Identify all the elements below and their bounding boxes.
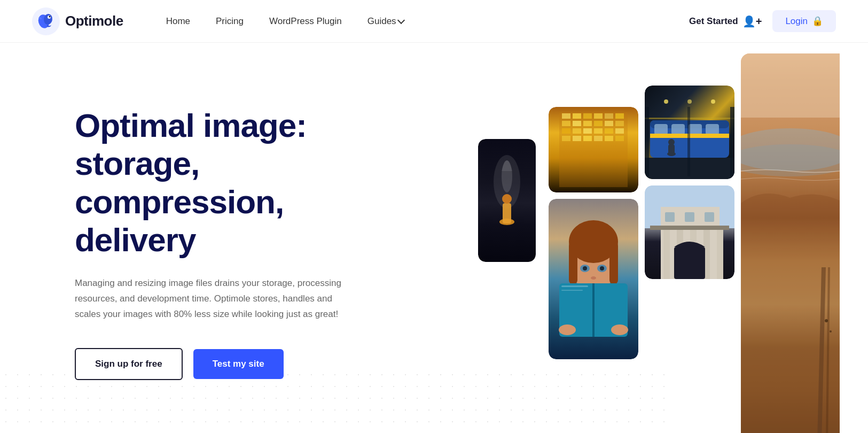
- svg-rect-49: [561, 285, 588, 287]
- svg-point-46: [591, 276, 596, 280]
- svg-rect-30: [615, 128, 624, 134]
- svg-rect-16: [594, 113, 603, 119]
- svg-rect-59: [689, 124, 702, 135]
- svg-rect-25: [562, 128, 570, 134]
- svg-rect-32: [573, 136, 581, 141]
- subway-photo: [645, 86, 734, 179]
- logo-link[interactable]: Optimole: [32, 7, 123, 35]
- svg-point-51: [559, 324, 576, 335]
- nav-link-wordpress[interactable]: WordPress Plugin: [269, 16, 342, 27]
- svg-rect-13: [562, 113, 570, 119]
- logo-text: Optimole: [65, 13, 123, 29]
- svg-rect-67: [687, 107, 690, 176]
- svg-rect-57: [654, 124, 668, 135]
- svg-rect-19: [562, 121, 570, 126]
- svg-rect-17: [605, 113, 613, 119]
- hero-subtitle: Managing and resizing image files drains…: [75, 276, 353, 322]
- nav-right: Get Started 👤+ Login 🔒: [689, 10, 836, 32]
- svg-rect-58: [671, 124, 685, 135]
- get-started-button[interactable]: Get Started 👤+: [689, 15, 762, 28]
- fireman-photo: [478, 139, 542, 262]
- lock-icon: 🔒: [812, 16, 823, 27]
- nav-link-pricing[interactable]: Pricing: [216, 16, 244, 27]
- svg-rect-66: [645, 107, 649, 176]
- svg-rect-27: [583, 128, 592, 134]
- svg-point-52: [611, 324, 628, 335]
- hero-title: Optimal image: storage, compression, del…: [75, 106, 406, 259]
- signup-button[interactable]: Sign up for free: [75, 348, 183, 380]
- svg-rect-14: [573, 113, 581, 119]
- svg-rect-21: [583, 121, 592, 126]
- svg-rect-85: [705, 212, 714, 222]
- svg-rect-68: [730, 107, 734, 176]
- svg-rect-81: [717, 230, 723, 279]
- hero-content: Optimal image: storage, compression, del…: [75, 106, 406, 380]
- image-col-4: [741, 53, 840, 433]
- nav-link-guides[interactable]: Guides: [367, 16, 404, 27]
- guides-chevron-icon: [397, 17, 405, 24]
- svg-rect-23: [605, 121, 613, 126]
- main-nav: Optimole Home Pricing WordPress Plugin G…: [0, 0, 868, 43]
- svg-point-70: [687, 99, 692, 104]
- svg-point-69: [664, 99, 668, 104]
- building-photo: [549, 107, 638, 192]
- svg-rect-83: [665, 212, 675, 222]
- hero-section: Optimal image: storage, compression, del…: [0, 43, 868, 433]
- svg-rect-28: [594, 128, 603, 134]
- person-add-icon: 👤+: [742, 15, 762, 28]
- svg-rect-20: [573, 121, 581, 126]
- svg-rect-50: [561, 290, 583, 291]
- reader-photo: [549, 199, 638, 359]
- svg-rect-34: [594, 136, 603, 141]
- nav-link-home[interactable]: Home: [166, 16, 190, 27]
- svg-rect-29: [605, 128, 613, 134]
- svg-point-45: [600, 266, 604, 270]
- svg-rect-40: [569, 242, 577, 284]
- svg-rect-33: [583, 136, 592, 141]
- svg-rect-26: [573, 128, 581, 134]
- coast-photo: [741, 53, 840, 433]
- svg-rect-22: [594, 121, 603, 126]
- hero-buttons: Sign up for free Test my site: [75, 348, 406, 380]
- svg-point-10: [502, 194, 512, 204]
- nav-links: Home Pricing WordPress Plugin Guides: [166, 16, 404, 27]
- svg-rect-60: [706, 124, 719, 135]
- svg-rect-48: [592, 283, 595, 337]
- svg-rect-31: [562, 136, 570, 141]
- logo-icon: [32, 7, 60, 35]
- svg-point-4: [49, 16, 51, 17]
- svg-point-44: [583, 266, 587, 270]
- login-button[interactable]: Login 🔒: [772, 10, 836, 32]
- svg-rect-82: [674, 247, 705, 279]
- svg-rect-24: [615, 121, 624, 126]
- svg-rect-77: [663, 230, 670, 279]
- svg-rect-35: [605, 136, 613, 141]
- svg-point-65: [668, 139, 675, 145]
- svg-rect-76: [650, 226, 729, 230]
- svg-rect-9: [503, 203, 511, 223]
- svg-rect-92: [741, 53, 840, 433]
- svg-rect-84: [685, 212, 694, 222]
- svg-rect-41: [609, 242, 618, 284]
- svg-rect-18: [615, 113, 624, 119]
- svg-rect-36: [615, 136, 624, 141]
- svg-rect-64: [668, 144, 675, 155]
- test-site-button[interactable]: Test my site: [193, 349, 284, 379]
- architecture-photo: [645, 185, 734, 279]
- svg-point-71: [711, 99, 715, 104]
- svg-rect-15: [583, 113, 592, 119]
